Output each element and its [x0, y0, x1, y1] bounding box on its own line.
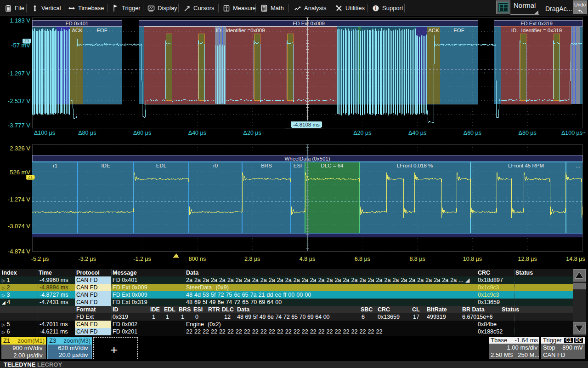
svg-text:-5.2 µs: -5.2 µs: [31, 256, 49, 262]
svg-text:-2.537 V: -2.537 V: [8, 98, 30, 104]
svg-text:ACK: ACK: [428, 28, 439, 33]
svg-text:ACK: ACK: [72, 28, 83, 33]
svg-text:-3.777 V: -3.777 V: [8, 122, 30, 129]
svg-text:-3.074 V: -3.074 V: [8, 223, 30, 230]
svg-text:800 ns: 800 ns: [189, 256, 206, 262]
svg-text:4.8 µs: 4.8 µs: [300, 256, 315, 262]
svg-text:FD 0x401: FD 0x401: [66, 21, 89, 26]
svg-text:1.183 V: 1.183 V: [10, 17, 30, 24]
svg-text:2.8 µs: 2.8 µs: [244, 256, 260, 262]
svg-text:LFront 0.018 %: LFront 0.018 %: [397, 163, 433, 168]
svg-text:DLC = 64: DLC = 64: [321, 163, 344, 168]
svg-text:Δ40 µs: Δ40 µs: [188, 130, 206, 136]
svg-text:2.326 V: 2.326 V: [10, 145, 30, 152]
svg-text:Δ60 µs: Δ60 µs: [464, 130, 481, 136]
svg-text:Δ100 µs: Δ100 µs: [34, 130, 55, 136]
svg-text:EOF: EOF: [96, 28, 107, 33]
svg-text:12.8 µs: 12.8 µs: [518, 256, 537, 262]
svg-text:IDE: IDE: [101, 163, 110, 168]
svg-text:BRS: BRS: [261, 163, 272, 168]
svg-text:...: ...: [576, 163, 580, 168]
svg-text:EDL: EDL: [156, 163, 167, 168]
svg-text:-1.2 µs: -1.2 µs: [133, 256, 151, 262]
svg-text:Δ20 µs: Δ20 µs: [353, 130, 371, 136]
svg-text:Δ20 µs: Δ20 µs: [243, 130, 261, 136]
svg-text:8.8 µs: 8.8 µs: [409, 256, 425, 262]
svg-text:6.8 µs: 6.8 µs: [355, 256, 370, 262]
svg-text:-1.297 V: -1.297 V: [8, 70, 30, 77]
svg-text:ESI: ESI: [294, 163, 302, 168]
svg-text:Δ100 µs: Δ100 µs: [561, 130, 582, 136]
svg-text:Δ40 µs: Δ40 µs: [408, 130, 426, 136]
svg-text:-4.874 V: -4.874 V: [8, 248, 30, 255]
svg-text:EOF: EOF: [453, 28, 464, 33]
svg-text:14.8 µs: 14.8 µs: [566, 256, 585, 262]
svg-text:-1.274 V: -1.274 V: [8, 196, 30, 203]
svg-text:Z1: Z1: [28, 175, 33, 179]
svg-text:r0: r0: [213, 163, 218, 168]
svg-text:FD Ext 0x319: FD Ext 0x319: [520, 21, 553, 26]
svg-text:-3.2 µs: -3.2 µs: [79, 256, 96, 262]
svg-text:ID - Identifier =0x009: ID - Identifier =0x009: [215, 28, 265, 33]
svg-text:ID - Identifier = 0x319: ID - Identifier = 0x319: [511, 28, 562, 33]
svg-text:i: i: [375, 6, 377, 11]
svg-text:Z3: Z3: [24, 39, 29, 43]
svg-text:Δ80 µs: Δ80 µs: [78, 130, 96, 136]
svg-text:→: →: [581, 128, 587, 135]
svg-text:10.8 µs: 10.8 µs: [463, 256, 482, 262]
svg-text:-4.8108 ms: -4.8108 ms: [293, 122, 320, 127]
svg-text:Δ60 µs: Δ60 µs: [133, 130, 151, 136]
svg-text:526 mV: 526 mV: [10, 169, 30, 176]
svg-text:LFront 45 RPM: LFront 45 RPM: [508, 163, 544, 168]
svg-text:Δ80 µs: Δ80 µs: [519, 130, 537, 136]
svg-text:r1: r1: [53, 163, 57, 168]
